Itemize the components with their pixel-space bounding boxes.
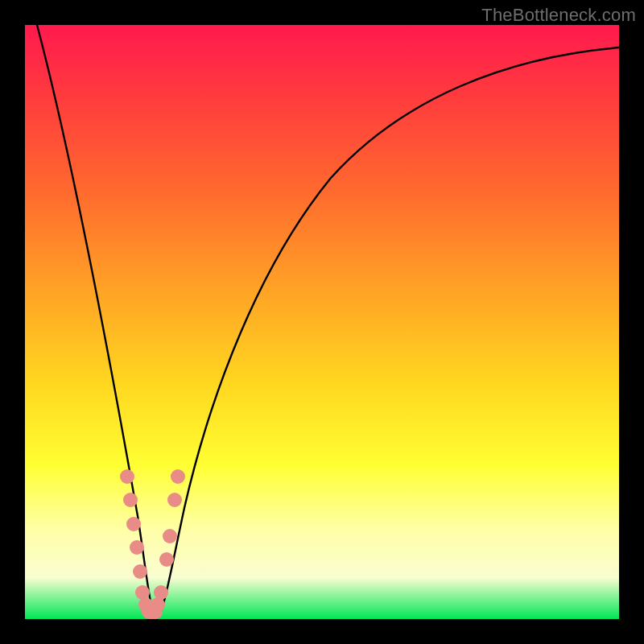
curve-path bbox=[37, 25, 619, 615]
svg-point-12 bbox=[159, 552, 174, 567]
svg-point-1 bbox=[123, 493, 138, 507]
svg-point-3 bbox=[130, 540, 144, 555]
svg-point-15 bbox=[171, 469, 185, 484]
chart-frame: TheBottleneck.com bbox=[0, 0, 644, 644]
watermark-text: TheBottleneck.com bbox=[481, 5, 636, 26]
svg-point-2 bbox=[126, 517, 141, 531]
svg-point-4 bbox=[133, 564, 147, 579]
bottleneck-curve bbox=[25, 25, 619, 619]
svg-point-0 bbox=[120, 469, 134, 484]
svg-point-13 bbox=[163, 529, 177, 543]
plot-area bbox=[25, 25, 619, 619]
svg-point-11 bbox=[154, 585, 168, 600]
sample-dots bbox=[120, 469, 185, 619]
svg-point-14 bbox=[167, 493, 182, 507]
